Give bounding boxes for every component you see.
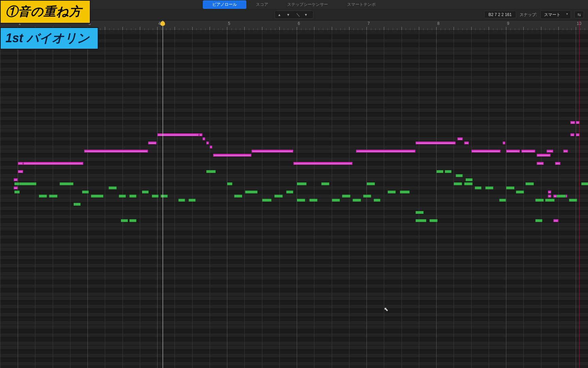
pencil-tool-icon[interactable]: ＼ [296,12,301,17]
end-marker[interactable] [579,20,579,368]
midi-note[interactable] [548,190,551,194]
midi-note[interactable] [206,141,209,144]
pointer-tool-icon[interactable]: ▴ [278,12,283,17]
midi-note[interactable] [227,182,232,185]
midi-note[interactable] [415,141,456,144]
midi-note[interactable] [274,195,283,198]
tab-step-sequencer[interactable]: ステップシーケンサー [278,0,338,9]
midi-note[interactable] [321,182,330,185]
midi-note[interactable] [23,162,83,165]
midi-note[interactable] [475,186,482,189]
midi-note[interactable] [366,182,375,185]
link-button[interactable]: ⇆ [574,11,584,18]
midi-note[interactable] [415,211,424,214]
midi-note[interactable] [471,150,501,153]
midi-note[interactable] [516,190,524,194]
midi-note[interactable] [245,190,258,194]
midi-note[interactable] [555,162,560,165]
playhead-marker-icon[interactable] [160,21,165,26]
midi-note[interactable] [121,219,128,222]
midi-note[interactable] [548,195,551,198]
midi-note[interactable] [293,162,353,165]
midi-note[interactable] [464,182,473,185]
midi-note[interactable] [436,170,443,173]
midi-note[interactable] [297,182,307,185]
midi-note[interactable] [74,203,81,206]
midi-note[interactable] [535,219,542,222]
midi-note[interactable] [84,150,148,153]
midi-note[interactable] [388,190,396,194]
midi-note[interactable] [342,195,350,198]
midi-note[interactable] [464,141,469,144]
midi-note[interactable] [297,199,305,202]
midi-note[interactable] [353,199,361,202]
midi-note[interactable] [569,199,577,202]
midi-note[interactable] [506,186,514,189]
midi-note[interactable] [545,199,555,202]
midi-note[interactable] [499,199,506,202]
midi-note[interactable] [563,150,568,153]
chevron-down-icon[interactable]: ▾ [305,12,310,17]
tab-score[interactable]: スコア [246,0,278,9]
midi-note[interactable] [262,199,272,202]
piano-roll-grid[interactable] [0,31,588,368]
midi-note[interactable] [466,178,473,181]
midi-note[interactable] [570,121,575,124]
midi-note[interactable] [19,182,36,185]
midi-note[interactable] [119,195,126,198]
midi-note[interactable] [581,182,588,185]
midi-note[interactable] [148,141,157,144]
midi-note[interactable] [109,186,117,189]
midi-note[interactable] [14,190,20,194]
tab-piano-roll[interactable]: ピアノロール [203,0,246,9]
midi-note[interactable] [178,199,185,202]
midi-note[interactable] [309,199,318,202]
midi-note[interactable] [152,195,159,198]
midi-note[interactable] [142,190,149,194]
midi-note[interactable] [202,137,205,140]
midi-note[interactable] [251,150,293,153]
midi-note[interactable] [234,195,243,198]
midi-note[interactable] [91,195,103,198]
midi-note[interactable] [129,195,136,198]
midi-note[interactable] [157,133,199,136]
midi-note[interactable] [503,141,505,144]
midi-note[interactable] [199,133,202,136]
midi-note[interactable] [332,199,340,202]
midi-note[interactable] [429,219,438,222]
midi-note[interactable] [525,182,534,185]
chevron-down-icon[interactable]: ▾ [287,12,292,17]
midi-note[interactable] [18,170,23,173]
midi-note[interactable] [49,195,58,198]
tab-smart-tempo[interactable]: スマートテンポ [338,0,385,9]
midi-note[interactable] [18,162,23,165]
midi-note[interactable] [556,195,566,198]
midi-note[interactable] [485,186,494,189]
midi-note[interactable] [537,162,544,165]
midi-note[interactable] [457,137,463,140]
midi-note[interactable] [213,154,251,157]
midi-note[interactable] [39,195,47,198]
midi-note[interactable] [129,219,136,222]
midi-note[interactable] [82,190,89,194]
midi-note[interactable] [189,199,196,202]
snap-select[interactable]: スマート [540,10,571,19]
playhead[interactable] [163,20,163,368]
midi-note[interactable] [570,133,574,136]
midi-note[interactable] [415,219,427,222]
midi-note[interactable] [506,150,520,153]
midi-note[interactable] [363,195,372,198]
midi-note[interactable] [521,150,535,153]
midi-note[interactable] [210,145,212,149]
tool-selector[interactable]: ▴ ▾ ＼ ▾ [275,11,313,19]
midi-note[interactable] [537,154,551,157]
midi-note[interactable] [14,178,18,181]
midi-note[interactable] [206,170,216,173]
midi-note[interactable] [161,195,168,198]
midi-note[interactable] [553,219,558,222]
midi-note[interactable] [14,186,18,189]
midi-note[interactable] [445,170,452,173]
midi-note[interactable] [374,199,381,202]
midi-note[interactable] [454,182,462,185]
midi-note[interactable] [535,199,544,202]
